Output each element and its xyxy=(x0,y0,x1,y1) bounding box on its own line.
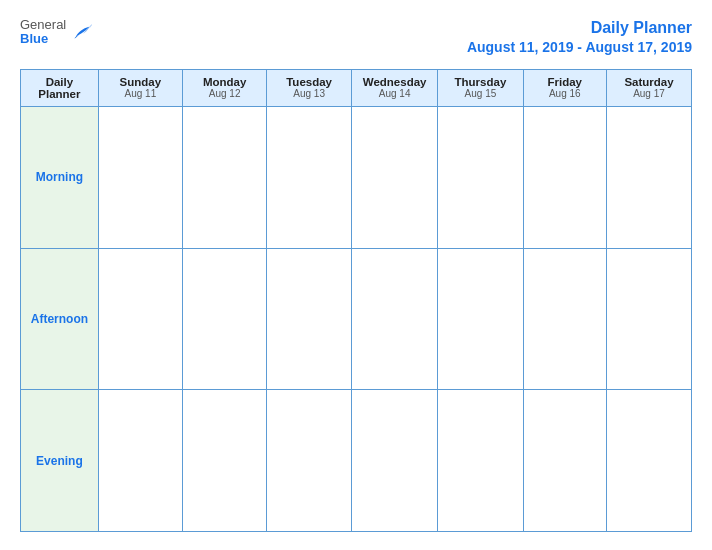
logo-bird-icon xyxy=(70,21,92,43)
cell-morning-thursday[interactable] xyxy=(438,106,523,248)
logo-text: General Blue xyxy=(20,18,66,47)
cell-morning-friday[interactable] xyxy=(523,106,606,248)
date-range: August 11, 2019 - August 17, 2019 xyxy=(467,39,692,55)
row-label-morning: Morning xyxy=(21,106,99,248)
friday-date: Aug 16 xyxy=(528,88,602,99)
cell-afternoon-sunday[interactable] xyxy=(98,248,182,390)
cell-evening-sunday[interactable] xyxy=(98,390,182,532)
col-header-saturday: Saturday Aug 17 xyxy=(606,69,691,106)
cell-evening-tuesday[interactable] xyxy=(267,390,352,532)
cell-afternoon-wednesday[interactable] xyxy=(351,248,437,390)
col-header-friday: Friday Aug 16 xyxy=(523,69,606,106)
cell-afternoon-tuesday[interactable] xyxy=(267,248,352,390)
cell-morning-saturday[interactable] xyxy=(606,106,691,248)
wednesday-day-name: Wednesday xyxy=(356,76,433,88)
logo-blue: Blue xyxy=(20,32,66,46)
cell-afternoon-friday[interactable] xyxy=(523,248,606,390)
monday-day-name: Monday xyxy=(187,76,262,88)
sunday-date: Aug 11 xyxy=(103,88,178,99)
row-label-evening: Evening xyxy=(21,390,99,532)
cell-morning-sunday[interactable] xyxy=(98,106,182,248)
cell-afternoon-saturday[interactable] xyxy=(606,248,691,390)
col-header-monday: Monday Aug 12 xyxy=(182,69,266,106)
title-block: Daily Planner August 11, 2019 - August 1… xyxy=(467,18,692,55)
header-label-cell: Daily Planner xyxy=(21,69,99,106)
wednesday-date: Aug 14 xyxy=(356,88,433,99)
table-row-evening: Evening xyxy=(21,390,692,532)
cell-afternoon-monday[interactable] xyxy=(182,248,266,390)
col-header-sunday: Sunday Aug 11 xyxy=(98,69,182,106)
cell-morning-monday[interactable] xyxy=(182,106,266,248)
cell-evening-saturday[interactable] xyxy=(606,390,691,532)
page: General Blue Daily Planner August 11, 20… xyxy=(0,0,712,550)
cell-evening-monday[interactable] xyxy=(182,390,266,532)
thursday-day-name: Thursday xyxy=(442,76,518,88)
tuesday-day-name: Tuesday xyxy=(271,76,347,88)
row-label-afternoon: Afternoon xyxy=(21,248,99,390)
thursday-date: Aug 15 xyxy=(442,88,518,99)
saturday-day-name: Saturday xyxy=(611,76,687,88)
friday-day-name: Friday xyxy=(528,76,602,88)
header: General Blue Daily Planner August 11, 20… xyxy=(20,18,692,55)
col-header-wednesday: Wednesday Aug 14 xyxy=(351,69,437,106)
table-row-afternoon: Afternoon xyxy=(21,248,692,390)
logo-general: General xyxy=(20,18,66,32)
col-header-tuesday: Tuesday Aug 13 xyxy=(267,69,352,106)
cell-evening-friday[interactable] xyxy=(523,390,606,532)
tuesday-date: Aug 13 xyxy=(271,88,347,99)
cell-afternoon-thursday[interactable] xyxy=(438,248,523,390)
monday-date: Aug 12 xyxy=(187,88,262,99)
page-title: Daily Planner xyxy=(467,18,692,39)
header-label-text: Daily Planner xyxy=(25,76,94,100)
cell-morning-tuesday[interactable] xyxy=(267,106,352,248)
saturday-date: Aug 17 xyxy=(611,88,687,99)
logo: General Blue xyxy=(20,18,92,47)
planner-table: Daily Planner Sunday Aug 11 Monday Aug 1… xyxy=(20,69,692,532)
cell-morning-wednesday[interactable] xyxy=(351,106,437,248)
cell-evening-wednesday[interactable] xyxy=(351,390,437,532)
sunday-day-name: Sunday xyxy=(103,76,178,88)
cell-evening-thursday[interactable] xyxy=(438,390,523,532)
table-header-row: Daily Planner Sunday Aug 11 Monday Aug 1… xyxy=(21,69,692,106)
table-row-morning: Morning xyxy=(21,106,692,248)
col-header-thursday: Thursday Aug 15 xyxy=(438,69,523,106)
